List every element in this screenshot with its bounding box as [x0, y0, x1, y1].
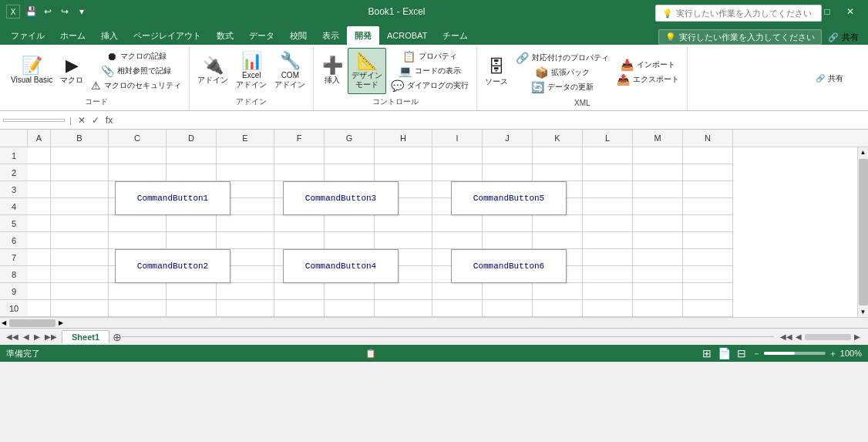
cell-H9[interactable]	[375, 283, 432, 300]
cell-B1[interactable]	[51, 147, 109, 164]
insert-function-button[interactable]: fx	[104, 115, 114, 126]
cell-M7[interactable]	[633, 249, 683, 266]
search-bar-tabs[interactable]: 💡 実行したい作業を入力してください	[658, 29, 822, 45]
cell-B6[interactable]	[51, 232, 109, 249]
row-header-1[interactable]: 1	[0, 147, 28, 164]
cell-I2[interactable]	[432, 164, 483, 181]
cell-G10[interactable]	[325, 300, 375, 317]
run-dialog-button[interactable]: 💬 ダイアログの実行	[388, 79, 472, 93]
col-header-D[interactable]: D	[167, 130, 217, 147]
sheet-nav-next[interactable]: ▶	[32, 332, 42, 341]
save-button[interactable]: 💾	[25, 5, 37, 18]
cell-L7[interactable]	[583, 249, 633, 266]
cell-D5[interactable]	[167, 215, 217, 232]
cell-M3[interactable]	[633, 181, 683, 198]
macro-button[interactable]: ▶ マクロ	[57, 48, 86, 94]
cell-B10[interactable]	[51, 300, 109, 317]
cell-E5[interactable]	[217, 215, 274, 232]
row-header-4[interactable]: 4	[0, 198, 28, 215]
scroll-right-button[interactable]: ▶	[57, 318, 65, 328]
row-header-3[interactable]: 3	[0, 181, 28, 198]
cell-K9[interactable]	[533, 283, 583, 300]
page-nav-prev[interactable]: ◀	[796, 332, 802, 341]
tab-校閲[interactable]: 校閲	[282, 26, 315, 45]
cell-G6[interactable]	[325, 232, 375, 249]
cell-D6[interactable]	[167, 232, 217, 249]
scroll-h-thumb[interactable]	[9, 319, 56, 327]
cell-reference-box[interactable]	[3, 119, 65, 122]
close-button[interactable]: ✕	[839, 0, 862, 23]
tab-ページレイアウト[interactable]: ページレイアウト	[126, 26, 209, 45]
col-header-E[interactable]: E	[217, 130, 274, 147]
cell-B4[interactable]	[51, 198, 109, 215]
refresh-data-button[interactable]: 🔄 データの更新	[513, 80, 612, 94]
cell-L1[interactable]	[583, 147, 633, 164]
cell-E6[interactable]	[217, 232, 274, 249]
cell-A8[interactable]	[28, 266, 51, 283]
col-header-A[interactable]: A	[28, 130, 51, 147]
sheet-tab-sheet1[interactable]: Sheet1	[62, 330, 109, 343]
share-button[interactable]: 🔗 共有	[812, 73, 846, 85]
cell-C6[interactable]	[109, 232, 167, 249]
source-button[interactable]: 🗄 ソース	[482, 49, 511, 96]
cell-D9[interactable]	[167, 283, 217, 300]
cell-A7[interactable]	[28, 249, 51, 266]
cell-M5[interactable]	[633, 215, 683, 232]
import-button[interactable]: 📥 インポート	[614, 58, 682, 72]
redo-button[interactable]: ↪	[59, 5, 71, 18]
cell-N7[interactable]	[683, 249, 733, 266]
cell-C9[interactable]	[109, 283, 167, 300]
cell-L8[interactable]	[583, 266, 633, 283]
scroll-down-button[interactable]: ▼	[859, 307, 868, 317]
cell-M1[interactable]	[633, 147, 683, 164]
cell-L10[interactable]	[583, 300, 633, 317]
row-header-8[interactable]: 8	[0, 266, 28, 283]
cell-A3[interactable]	[28, 181, 51, 198]
tab-acrobat[interactable]: ACROBAT	[379, 26, 435, 45]
cell-G5[interactable]	[325, 215, 375, 232]
cell-M6[interactable]	[633, 232, 683, 249]
cell-B3[interactable]	[51, 181, 109, 198]
scroll-thumb[interactable]	[859, 159, 868, 305]
cell-J1[interactable]	[483, 147, 533, 164]
export-button[interactable]: 📤 エクスポート	[614, 73, 682, 86]
customize-qat[interactable]: ▾	[76, 5, 88, 18]
cell-B2[interactable]	[51, 164, 109, 181]
tab-ホーム[interactable]: ホーム	[52, 26, 93, 45]
zoom-slider[interactable]	[764, 352, 826, 355]
command-button-commandbutton2[interactable]: CommandButton2	[115, 249, 230, 283]
tab-ファイル[interactable]: ファイル	[3, 26, 52, 45]
cell-L9[interactable]	[583, 283, 633, 300]
page-layout-button[interactable]: 📄	[718, 347, 731, 359]
cell-D10[interactable]	[167, 300, 217, 317]
cell-C2[interactable]	[109, 164, 167, 181]
view-code-button[interactable]: 💻 コードの表示	[388, 64, 472, 78]
cell-H1[interactable]	[375, 147, 432, 164]
cell-L6[interactable]	[583, 232, 633, 249]
cell-A6[interactable]	[28, 232, 51, 249]
scroll-up-button[interactable]: ▲	[859, 147, 868, 157]
cell-N9[interactable]	[683, 283, 733, 300]
cell-F5[interactable]	[274, 215, 325, 232]
cell-J10[interactable]	[483, 300, 533, 317]
cell-B7[interactable]	[51, 249, 109, 266]
cell-H6[interactable]	[375, 232, 432, 249]
command-button-commandbutton5[interactable]: CommandButton5	[451, 181, 567, 215]
mapping-props-button[interactable]: 🔗 対応付けのプロパティ	[513, 51, 612, 65]
cell-K2[interactable]	[533, 164, 583, 181]
cell-I1[interactable]	[432, 147, 483, 164]
cell-C5[interactable]	[109, 215, 167, 232]
cell-C10[interactable]	[109, 300, 167, 317]
cell-A5[interactable]	[28, 215, 51, 232]
row-header-5[interactable]: 5	[0, 215, 28, 232]
cell-L4[interactable]	[583, 198, 633, 215]
cell-N4[interactable]	[683, 198, 733, 215]
col-header-N[interactable]: N	[683, 130, 733, 147]
cell-I6[interactable]	[432, 232, 483, 249]
cell-G9[interactable]	[325, 283, 375, 300]
zoom-out-button[interactable]: －	[752, 348, 761, 359]
cell-E1[interactable]	[217, 147, 274, 164]
vertical-scrollbar[interactable]: ▲ ▼	[857, 147, 868, 317]
col-header-M[interactable]: M	[633, 130, 683, 147]
cell-I10[interactable]	[432, 300, 483, 317]
